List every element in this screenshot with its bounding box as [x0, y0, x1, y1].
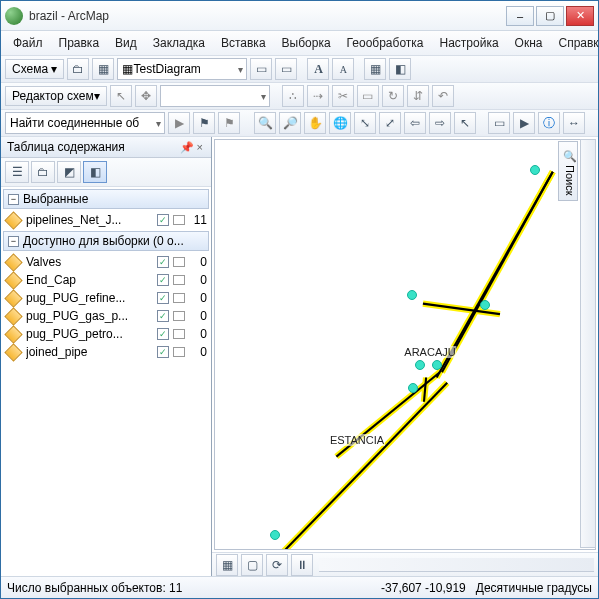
full-extent-icon[interactable]: 🌐: [329, 112, 351, 134]
horizontal-scrollbar[interactable]: [319, 558, 594, 572]
clear-sel-icon[interactable]: ▭: [488, 112, 510, 134]
menubar: Файл Правка Вид Закладка Вставка Выборка…: [1, 31, 598, 56]
edit-combo[interactable]: [160, 85, 270, 107]
side-tab-search[interactable]: 🔍 Поиск: [558, 141, 578, 201]
pause-icon[interactable]: ⏸: [291, 554, 313, 576]
close-button[interactable]: ✕: [566, 6, 594, 26]
flag-icon[interactable]: ⚑: [193, 112, 215, 134]
menu-file[interactable]: Файл: [7, 34, 49, 52]
window-title: brazil - ArcMap: [29, 9, 506, 23]
layer-count: 0: [189, 273, 207, 287]
refresh-icon[interactable]: ⟳: [266, 554, 288, 576]
layer-row[interactable]: pug_PUG_gas_p...✓0: [1, 307, 211, 325]
layer-symbol: [173, 347, 185, 357]
edit-square-icon: ▭: [357, 85, 379, 107]
zoom-out-icon[interactable]: 🔎: [279, 112, 301, 134]
node-icon: [530, 165, 540, 175]
pan-icon[interactable]: ✋: [304, 112, 326, 134]
menu-edit[interactable]: Правка: [53, 34, 106, 52]
diagram-combo[interactable]: ▦ TestDiagram: [117, 58, 247, 80]
zoom-fit-in-icon[interactable]: ⤡: [354, 112, 376, 134]
select-arrow-icon[interactable]: ▶: [513, 112, 535, 134]
toolbar-editor: Редактор схем▾ ↖ ✥ ∴ ⇢ ✂ ▭ ↻ ⇵ ↶: [1, 83, 598, 110]
select-cursor-icon[interactable]: ↖: [454, 112, 476, 134]
layer-count: 0: [189, 291, 207, 305]
layer-row[interactable]: pug_PUG_petro...✓0: [1, 325, 211, 343]
menu-help[interactable]: Справка: [552, 34, 599, 52]
toc-list-by-sel-icon[interactable]: ◧: [83, 161, 107, 183]
tree-icon[interactable]: ◧: [389, 58, 411, 80]
node-icon: [432, 360, 442, 370]
zoom-fit-out-icon[interactable]: ⤢: [379, 112, 401, 134]
toc-list-by-source-icon[interactable]: 🗀: [31, 161, 55, 183]
zoom-in-icon[interactable]: 🔍: [254, 112, 276, 134]
map-canvas[interactable]: ARACAJU ESTANCIA: [214, 139, 596, 550]
layer-selectable-check[interactable]: ✓: [157, 292, 169, 304]
toolbar-schema: Схема ▾ 🗀 ▦ ▦ TestDiagram ▭ ▭ A A ▦ ◧: [1, 56, 598, 83]
menu-view[interactable]: Вид: [109, 34, 143, 52]
layer-name: pipelines_Net_J...: [26, 213, 153, 227]
toc-pin-icon[interactable]: 📌 ×: [178, 141, 205, 154]
layer-row[interactable]: pipelines_Net_J... ✓ 11: [1, 211, 211, 229]
propagate-icon[interactable]: ▭: [250, 58, 272, 80]
schema-open-icon[interactable]: 🗀: [67, 58, 89, 80]
data-view-icon[interactable]: ▦: [216, 554, 238, 576]
next-extent-icon[interactable]: ⇨: [429, 112, 451, 134]
toc-body: − Выбранные pipelines_Net_J... ✓ 11 − До…: [1, 187, 211, 576]
group-selected[interactable]: − Выбранные: [3, 189, 209, 209]
layer-row[interactable]: Valves✓0: [1, 253, 211, 271]
menu-geoprocessing[interactable]: Геообработка: [341, 34, 430, 52]
find-run-icon[interactable]: ▶: [168, 112, 190, 134]
menu-selection[interactable]: Выборка: [276, 34, 337, 52]
content-area: Таблица содержания 📌 × ☰ 🗀 ◩ ◧ − Выбранн…: [1, 137, 598, 576]
layer-selectable-check[interactable]: ✓: [157, 214, 169, 226]
menu-insert[interactable]: Вставка: [215, 34, 272, 52]
minimize-button[interactable]: –: [506, 6, 534, 26]
edit-mirror-icon: ⇵: [407, 85, 429, 107]
toolbar-find: Найти соединенные об ▶ ⚑ ⚑ 🔍 🔎 ✋ 🌐 ⤡ ⤢ ⇦…: [1, 110, 598, 137]
schema-tool-icon[interactable]: ▦: [92, 58, 114, 80]
group-selected-label: Выбранные: [23, 192, 88, 206]
layer-count: 0: [189, 309, 207, 323]
layer-row[interactable]: pug_PUG_refine...✓0: [1, 289, 211, 307]
font-dec-icon[interactable]: A: [332, 58, 354, 80]
menu-customize[interactable]: Настройка: [434, 34, 505, 52]
menu-windows[interactable]: Окна: [509, 34, 549, 52]
maximize-button[interactable]: ▢: [536, 6, 564, 26]
schema-editor-dropdown[interactable]: Редактор схем▾: [5, 86, 107, 106]
edit-pointer-icon: ↖: [110, 85, 132, 107]
group-available[interactable]: − Доступно для выборки (0 о...: [3, 231, 209, 251]
toc-modebar: ☰ 🗀 ◩ ◧: [1, 158, 211, 187]
group-available-label: Доступно для выборки (0 о...: [23, 234, 184, 248]
collapse-icon[interactable]: −: [8, 236, 19, 247]
toc-list-by-draw-icon[interactable]: ☰: [5, 161, 29, 183]
layout-view-icon[interactable]: ▢: [241, 554, 263, 576]
find-connected-combo[interactable]: Найти соединенные об: [5, 112, 165, 134]
menu-bookmarks[interactable]: Закладка: [147, 34, 211, 52]
layer-selectable-check[interactable]: ✓: [157, 346, 169, 358]
statusbar: Число выбранных объектов: 11 -37,607 -10…: [1, 576, 598, 598]
layer-name: pug_PUG_petro...: [26, 327, 153, 341]
vertical-scrollbar[interactable]: [580, 139, 596, 548]
edit-union-icon: ∴: [282, 85, 304, 107]
label-aracaju: ARACAJU: [403, 346, 456, 358]
schema-dropdown[interactable]: Схема ▾: [5, 59, 64, 79]
toc-list-by-vis-icon[interactable]: ◩: [57, 161, 81, 183]
prev-extent-icon[interactable]: ⇦: [404, 112, 426, 134]
identify-icon[interactable]: ⓘ: [538, 112, 560, 134]
layer-selectable-check[interactable]: ✓: [157, 328, 169, 340]
node-icon: [415, 360, 425, 370]
edit-cut-icon: ✂: [332, 85, 354, 107]
measure-icon[interactable]: ↔: [563, 112, 585, 134]
layer-row[interactable]: End_Cap✓0: [1, 271, 211, 289]
edit-link-icon: ⇢: [307, 85, 329, 107]
layer-row[interactable]: joined_pipe✓0: [1, 343, 211, 361]
propagate2-icon[interactable]: ▭: [275, 58, 297, 80]
layer-selectable-check[interactable]: ✓: [157, 256, 169, 268]
layer-symbol: [173, 257, 185, 267]
font-inc-icon[interactable]: A: [307, 58, 329, 80]
layer-selectable-check[interactable]: ✓: [157, 310, 169, 322]
layer-selectable-check[interactable]: ✓: [157, 274, 169, 286]
grid-icon[interactable]: ▦: [364, 58, 386, 80]
collapse-icon[interactable]: −: [8, 194, 19, 205]
